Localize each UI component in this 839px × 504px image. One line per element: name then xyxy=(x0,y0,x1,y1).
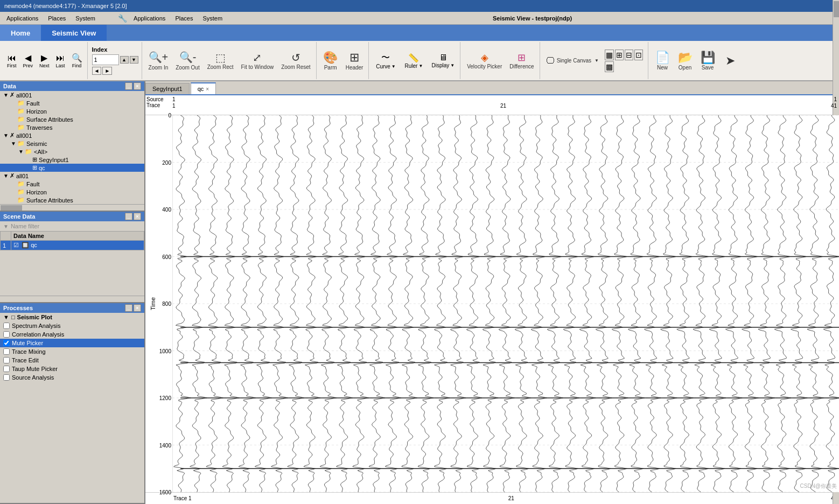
forward-button[interactable]: ➤ xyxy=(719,43,741,79)
process-correlation[interactable]: Correlation Analysis xyxy=(0,330,144,339)
seismic-icon: ⊞ xyxy=(32,156,37,163)
layout-icon-3[interactable]: ⊟ xyxy=(625,50,633,60)
ruler-dropdown[interactable]: 📏 Ruler ▼ xyxy=(400,43,427,79)
tree-item[interactable]: 📁Horizon xyxy=(0,188,144,196)
prev-button[interactable]: ◀ Prev xyxy=(20,51,36,70)
tree-item[interactable]: 📁Fault xyxy=(0,99,144,107)
data-hscroll-thumb[interactable] xyxy=(1,205,22,211)
processes-close[interactable]: × xyxy=(134,304,141,312)
velocity-picker-button[interactable]: ◈ Velocity Picker xyxy=(464,43,505,79)
time-tick: 400 xyxy=(162,207,171,213)
footer-trace-label: Trace xyxy=(173,495,188,501)
source-check[interactable] xyxy=(3,374,10,381)
process-mute-picker[interactable]: Mute Picker xyxy=(0,339,144,347)
index-next-arrow[interactable]: ► xyxy=(102,67,112,75)
menu-system-2[interactable]: System xyxy=(198,14,227,23)
tree-item[interactable]: ▼✗all001 xyxy=(0,91,144,99)
new-button[interactable]: 📄 New xyxy=(652,43,673,79)
process-trace-mixing[interactable]: Trace Mixing xyxy=(0,347,144,356)
parm-button[interactable]: 🎨 Parm xyxy=(320,43,341,79)
layout-icon-4[interactable]: ⊡ xyxy=(634,50,643,60)
open-button[interactable]: 📂 Open xyxy=(674,43,696,79)
scene-checkbox[interactable]: ☑ xyxy=(13,242,19,248)
process-taup[interactable]: Taup Mute Picker xyxy=(0,365,144,373)
index-up-arrow[interactable]: ▲ xyxy=(120,56,129,64)
tree-item[interactable]: 📁Horizon xyxy=(0,107,144,115)
tree-item[interactable]: ▼📁Seismic xyxy=(0,139,144,148)
tab-home[interactable]: Home xyxy=(0,25,41,41)
doc-tab-qc-close[interactable]: × xyxy=(206,86,209,92)
last-button[interactable]: ⏭ Last xyxy=(53,52,68,70)
canvas-area[interactable]: CSDN@你最美 xyxy=(172,115,839,492)
seismic-footer: Trace 1 21 41 xyxy=(145,492,839,504)
header-button[interactable]: ⊞ Header xyxy=(342,43,367,79)
tree-item[interactable]: 📁Surface Attributes xyxy=(0,115,144,123)
display-dropdown[interactable]: 🖥 Display ▼ xyxy=(428,43,458,79)
scene-row[interactable]: 1 ☑ 🔲 qc xyxy=(1,241,144,250)
tree-item[interactable]: 📁Fault xyxy=(0,180,144,188)
layout-icon-2[interactable]: ⊞ xyxy=(615,50,624,60)
layout-icon-5[interactable]: ▩ xyxy=(605,61,614,72)
tree-item[interactable]: ▼📁<All> xyxy=(0,148,144,156)
menu-system-1[interactable]: System xyxy=(71,14,100,23)
scene-row-name: ☑ 🔲 qc xyxy=(11,241,144,250)
zoom-reset-button[interactable]: ↺ Zoom Reset xyxy=(278,43,313,79)
tree-item[interactable]: ⊞SegyInput1 xyxy=(0,156,144,164)
single-canvas-button[interactable]: 🖵 Single Canvas ▼ xyxy=(543,53,602,68)
save-button[interactable]: 💾 Save xyxy=(697,43,718,79)
index-prev-arrow[interactable]: ◄ xyxy=(92,67,102,75)
next-button[interactable]: ▶ Next xyxy=(37,51,52,70)
doc-tab-qc[interactable]: qc × xyxy=(191,82,216,94)
tree-item[interactable]: 📁Traverses xyxy=(0,123,144,131)
tree-toggle[interactable]: ▼ xyxy=(2,173,10,179)
fit-window-button[interactable]: ⤢ Fit to Window xyxy=(238,43,277,79)
first-button[interactable]: ⏮ First xyxy=(4,52,19,70)
process-source[interactable]: Source Analysis xyxy=(0,373,144,382)
tree-item[interactable]: ▼✗all01 xyxy=(0,172,144,180)
mute-check[interactable] xyxy=(3,340,10,346)
doc-tab-segyinput[interactable]: SegyInput1 xyxy=(145,83,190,94)
tree-toggle[interactable]: ▼ xyxy=(17,149,25,155)
tree-item[interactable]: ▼✗all001 xyxy=(0,131,144,139)
tab-seismic-view[interactable]: Seismic View xyxy=(41,25,107,41)
taup-check[interactable] xyxy=(3,366,10,372)
index-down-arrow[interactable]: ▼ xyxy=(130,56,138,64)
trace-edit-check[interactable] xyxy=(3,357,10,363)
tree-toggle[interactable]: ▼ xyxy=(2,132,10,138)
scene-close[interactable]: × xyxy=(134,213,141,220)
correlation-check[interactable] xyxy=(3,331,10,338)
tree-toggle[interactable]: ▼ xyxy=(2,92,10,98)
tree-label: Seismic xyxy=(26,141,47,147)
tree-toggle[interactable]: ▼ xyxy=(10,141,17,146)
tree-item[interactable]: 📁Surface Attributes xyxy=(0,196,144,204)
zoom-in-button[interactable]: 🔍+ Zoom In xyxy=(145,43,172,79)
trace-mixing-check[interactable] xyxy=(3,348,10,355)
scene-data-header: Scene Data _ × xyxy=(0,212,144,221)
zoom-out-button[interactable]: 🔍- Zoom Out xyxy=(172,43,202,79)
difference-button[interactable]: ⊞ Difference xyxy=(506,43,537,79)
data-panel-minimize[interactable]: _ xyxy=(125,82,132,90)
menu-places-1[interactable]: Places xyxy=(44,14,70,23)
process-trace-edit[interactable]: Trace Edit xyxy=(0,356,144,365)
tree-item[interactable]: ⊞qc xyxy=(0,164,144,172)
menu-places-2[interactable]: Places xyxy=(171,14,197,23)
seismic-canvas[interactable] xyxy=(172,115,839,492)
data-panel-hscroll[interactable] xyxy=(0,204,144,211)
spectrum-check[interactable] xyxy=(3,323,10,329)
scene-minimize[interactable]: _ xyxy=(125,213,132,220)
scene-hscroll[interactable] xyxy=(0,296,144,302)
find-button[interactable]: 🔍 Find xyxy=(69,51,85,70)
menu-applications-2[interactable]: Applications xyxy=(129,14,170,23)
zoom-rect-button[interactable]: ⬚ Zoom Rect xyxy=(204,43,237,79)
menu-applications-1[interactable]: Applications xyxy=(2,14,43,23)
index-input[interactable] xyxy=(92,54,119,65)
curve-dropdown[interactable]: 〜 Curve ▼ xyxy=(372,43,399,79)
layout-icon-1[interactable]: ▦ xyxy=(605,50,614,60)
zoom-in-label: Zoom In xyxy=(149,65,169,71)
process-seismic-plot[interactable]: ▼ □ Seismic Plot xyxy=(0,313,144,321)
processes-minimize[interactable]: _ xyxy=(125,304,132,312)
tree-label: Fault xyxy=(26,100,39,107)
process-spectrum[interactable]: Spectrum Analysis xyxy=(0,321,144,330)
fit-window-icon: ⤢ xyxy=(253,51,262,64)
data-panel-close[interactable]: × xyxy=(134,82,141,90)
